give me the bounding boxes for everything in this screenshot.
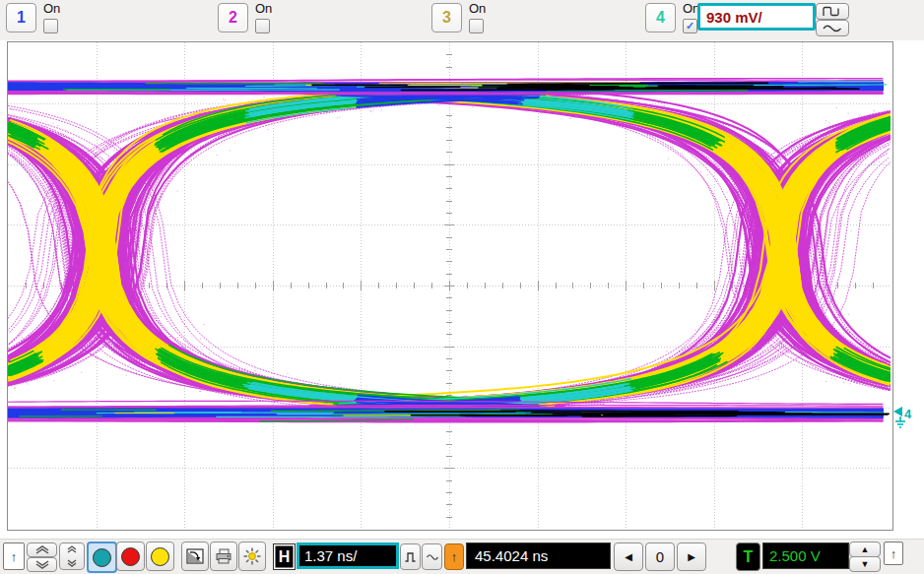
probe-teal-button[interactable] [87,542,117,573]
trigger-level-down-button[interactable]: ▼ [849,556,881,572]
trigger-menu-button[interactable]: T [736,542,760,571]
fine-increment-decrement-button[interactable] [59,542,85,570]
position-left-button[interactable]: ◀ [614,542,643,571]
chevron-up-icon [66,545,78,553]
horizontal-trigger-toolbar: ↑ [0,539,924,574]
channel-1-button[interactable]: 1 [6,3,36,32]
chevron-down-icon [66,559,78,567]
channel-4-group: 4 On ✓ [645,0,704,40]
up-arrow-icon: ↑ [891,546,897,561]
channel-toolbar: 1 On 2 On 3 On 4 On ✓ 930 mV/ [0,0,924,41]
horizontal-position-field[interactable]: 45.4024 ns [466,542,611,569]
vertical-scale-fine-button[interactable] [816,20,849,36]
horizontal-menu-button[interactable]: H [273,543,296,570]
channel-3-group: 3 On [431,0,628,40]
channel-4-ground-marker[interactable]: 4 [892,404,920,431]
teal-circle-icon [93,548,111,567]
ground-marker-arrow-icon: 4 [893,407,912,427]
waveform-display-area: 4 [0,40,924,539]
spin-up-icon: ▲ [861,544,870,554]
square-wave-icon [822,5,843,18]
spin-down-icon: ▼ [861,559,870,569]
right-triangle-icon: ▶ [688,551,695,562]
channel-4-button[interactable]: 4 [645,3,676,32]
trigger-point-button[interactable]: ↑ [444,543,464,570]
pulse-wave-icon [404,549,417,565]
sine-wave-icon [822,23,843,33]
eye-diagram-canvas[interactable] [8,42,891,529]
brightness-sun-icon [242,546,262,566]
up-arrow-icon: ↑ [11,549,18,564]
position-right-button[interactable]: ▶ [677,542,706,571]
double-chevron-down-icon [34,560,50,569]
timebase-scale-field[interactable]: 1.37 ns/ [297,542,399,569]
left-triangle-icon: ◀ [625,551,632,562]
vertical-scale-coarse-button[interactable] [816,3,849,20]
coarse-increment-button[interactable] [27,542,57,557]
channel-4-on-checkbox[interactable]: ✓ [683,19,697,33]
trigger-level-up-button[interactable]: ▲ [849,542,881,557]
channel-3-button[interactable]: 3 [431,3,462,32]
sine-wave-small-icon [426,552,439,562]
screen-capture-icon [185,546,205,566]
display-intensity-button[interactable] [238,542,266,571]
channel-1-group: 1 On [6,0,203,40]
trigger-t-label: T [744,548,754,566]
orange-up-arrow-icon: ↑ [451,549,458,564]
timebase-fine-button[interactable] [422,543,442,570]
channel-2-on-label: On [255,1,272,16]
svg-text:4: 4 [904,407,912,421]
channel-1-on-checkbox[interactable] [43,19,58,33]
timebase-coarse-button[interactable] [400,543,421,570]
channel-2-button[interactable]: 2 [218,3,248,32]
channel-2-on-checkbox[interactable] [255,19,270,33]
red-circle-icon [121,547,140,566]
probe-red-button[interactable] [116,542,145,571]
print-button[interactable] [210,542,237,571]
channel-3-on-checkbox[interactable] [469,19,484,33]
position-zero-button[interactable]: 0 [645,542,675,571]
undo-up-button-left[interactable]: ↑ [3,542,25,570]
channel-2-group: 2 On [218,0,415,40]
screen-capture-button[interactable] [181,542,209,571]
probe-yellow-button[interactable] [146,542,174,571]
channel-1-on-label: On [43,1,60,16]
channel-4-scale-field[interactable]: 930 mV/ [697,3,816,31]
undo-up-button-right[interactable]: ↑ [884,542,903,565]
channel-3-on-label: On [469,1,486,16]
yellow-circle-icon [151,547,169,566]
printer-icon [214,546,233,566]
double-chevron-up-icon [34,545,50,554]
trigger-level-field[interactable]: 2.500 V [762,542,849,569]
coarse-decrement-button[interactable] [27,557,57,572]
